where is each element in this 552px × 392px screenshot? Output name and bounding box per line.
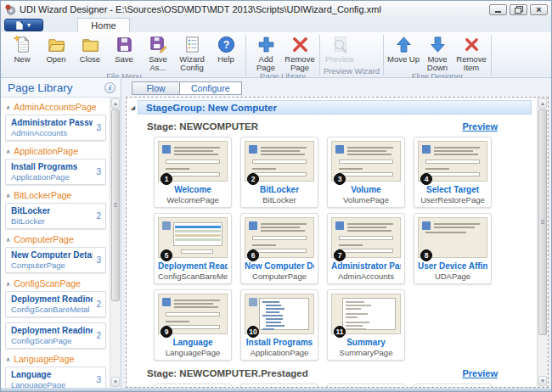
ribbon-tab-row: ▼ Home xyxy=(1,18,551,32)
move-down-button[interactable]: Move Down xyxy=(420,34,454,72)
sidebar-scrollbar[interactable]: ▲ ▼ xyxy=(110,98,121,388)
collapse-icon: ∧ xyxy=(6,148,10,154)
page-card[interactable]: 6New Computer DetailsComputerPage xyxy=(240,213,318,284)
app-menu-button[interactable]: ▼ xyxy=(4,19,43,31)
page-card[interactable]: 3VolumeVolumePage xyxy=(327,137,405,208)
page-card[interactable] xyxy=(414,384,492,387)
page-card[interactable]: 7Administrator Passw...AdminAccounts xyxy=(327,213,405,284)
page-card[interactable]: 10Install ProgramsApplicationPage xyxy=(240,289,318,361)
scroll-track[interactable] xyxy=(538,109,547,375)
remove-item-button[interactable]: Remove Item xyxy=(454,34,488,72)
scroll-track[interactable] xyxy=(111,109,120,376)
tab-configure[interactable]: Configure xyxy=(179,81,242,95)
remove-page-button[interactable]: Remove Page xyxy=(283,34,317,72)
info-icon[interactable]: i xyxy=(104,82,115,93)
preview-link[interactable]: Preview xyxy=(462,121,498,132)
page-library-title: Page Library xyxy=(8,81,73,94)
page-card[interactable]: 4Select TargetUserRestorePage xyxy=(414,137,492,208)
page-library-item[interactable]: Install ProgramsApplicationPage3 xyxy=(5,159,106,185)
item-subtitle: ApplicationPage xyxy=(11,172,77,182)
window-restore-button[interactable] xyxy=(510,4,527,15)
add-page-button[interactable]: Add Page xyxy=(249,34,283,72)
page-library-item[interactable]: Deployment ReadinessConfigScanBareMetal2 xyxy=(5,291,106,317)
scroll-thumb[interactable] xyxy=(111,109,120,301)
page-card[interactable]: 5Deployment ReadinessConfigScanBareMetal xyxy=(154,213,232,284)
collapse-icon: ∧ xyxy=(6,104,10,110)
window-close-button[interactable]: × xyxy=(530,4,548,15)
move-up-button[interactable]: Move Up xyxy=(386,34,420,64)
close-folder-icon xyxy=(81,35,100,54)
open-button[interactable]: Open xyxy=(39,34,73,64)
ribbon-group-flow-designer: Move UpMove DownRemove ItemFlow Designer xyxy=(384,33,491,77)
page-number-badge: 11 xyxy=(334,326,346,338)
page-number-badge: 5 xyxy=(161,249,172,261)
page-card[interactable]: 8User Device AffinityUDAPage xyxy=(414,213,492,284)
page-group-header-languagepage[interactable]: ∧LanguagePage xyxy=(6,354,108,364)
page-card[interactable]: 9LanguageLanguagePage xyxy=(154,289,232,361)
page-number-badge: 3 xyxy=(334,173,346,185)
item-title: Language xyxy=(11,369,65,380)
remove-item-icon xyxy=(462,35,482,54)
page-card[interactable]: 1WelcomeWelcomePage xyxy=(154,137,232,208)
page-title: Select Target xyxy=(418,184,487,195)
page-group-header-applicationpage[interactable]: ∧ApplicationPage xyxy=(6,146,108,156)
item-count: 3 xyxy=(96,167,101,176)
scroll-down-button[interactable]: ▼ xyxy=(111,377,120,387)
page-library-item[interactable]: Deployment ReadinessConfigScanPage2 xyxy=(5,322,106,349)
tab-home[interactable]: Home xyxy=(77,18,130,32)
stage-group-header[interactable]: StageGroup: New Computer xyxy=(138,100,532,115)
close-button[interactable]: Close xyxy=(73,34,107,64)
scroll-down-button[interactable]: ▼ xyxy=(538,376,547,386)
page-number-badge: 9 xyxy=(161,326,172,338)
item-subtitle: AdminAccounts xyxy=(11,128,93,137)
item-subtitle: BitLocker xyxy=(11,216,50,226)
collapse-icon: ∧ xyxy=(6,281,10,287)
page-card[interactable] xyxy=(240,384,318,387)
scroll-up-button[interactable]: ▲ xyxy=(538,98,547,109)
page-card[interactable] xyxy=(327,384,405,387)
page-library-item[interactable]: BitLockerBitLocker2 xyxy=(5,203,106,229)
page-group-name: ApplicationPage xyxy=(14,146,78,156)
item-subtitle: ComputerPage xyxy=(11,260,93,270)
page-library-panel: Page Library i ∧AdminAccountsPageAdminis… xyxy=(1,78,121,388)
new-button[interactable]: New xyxy=(5,34,39,64)
item-title: Deployment Readiness xyxy=(11,294,93,305)
page-title: Language xyxy=(158,337,228,348)
page-group-header-configscanpage[interactable]: ∧ConfigScanPage xyxy=(6,278,108,288)
ribbon-button-label: Save As... xyxy=(141,55,175,72)
ribbon-button-label: Close xyxy=(80,55,100,64)
scroll-up-button[interactable]: ▲ xyxy=(111,98,120,109)
page-title: Volume xyxy=(331,184,401,195)
page-library-item[interactable]: New Computer DetailsComputerPage3 xyxy=(5,247,106,273)
page-thumbnail: 11 xyxy=(331,294,401,334)
preview-icon xyxy=(330,35,350,54)
save-as-button[interactable]: Save As... xyxy=(141,34,175,72)
page-card[interactable] xyxy=(154,384,232,387)
page-group-name: ComputerPage xyxy=(14,234,74,244)
move-up-icon xyxy=(394,35,414,54)
scroll-thumb[interactable] xyxy=(538,109,547,335)
tab-flow[interactable]: Flow xyxy=(132,81,180,95)
page-number-badge: 7 xyxy=(334,249,346,261)
preview-link[interactable]: Preview xyxy=(462,368,498,378)
page-group-header-bitlockerpage[interactable]: ∧BitLockerPage xyxy=(6,190,108,200)
help-icon: ? xyxy=(217,35,236,54)
main-scrollbar[interactable]: ▲ ▼ xyxy=(537,98,548,387)
help-button[interactable]: ?Help xyxy=(209,34,243,64)
stage-title: Stage: NEWCOMPUTER xyxy=(147,121,258,132)
collapse-icon: ∧ xyxy=(6,356,10,362)
page-group-header-computerpage[interactable]: ∧ComputerPage xyxy=(6,234,108,244)
page-library-item[interactable]: LanguageLanguagePage3 xyxy=(5,367,106,388)
page-group-header-adminaccountspage[interactable]: ∧AdminAccountsPage xyxy=(6,102,108,112)
new-document-icon xyxy=(13,35,32,54)
page-card[interactable]: 2BitLockerBitLocker xyxy=(240,137,318,208)
expander-icon[interactable]: ◢ xyxy=(128,104,138,111)
save-button[interactable]: Save xyxy=(107,34,141,64)
page-card[interactable]: 11SummarySummaryPage xyxy=(327,289,405,361)
wizard-config-button[interactable]: Wizard Config xyxy=(175,34,209,72)
window-minimize-button[interactable] xyxy=(489,4,507,15)
page-subtitle: AdminAccounts xyxy=(331,272,401,282)
page-library-item[interactable]: Administrator PasswordAdminAccounts3 xyxy=(5,115,106,141)
page-number-badge: 1 xyxy=(161,173,172,185)
content-area: Page Library i ∧AdminAccountsPageAdminis… xyxy=(1,78,551,388)
